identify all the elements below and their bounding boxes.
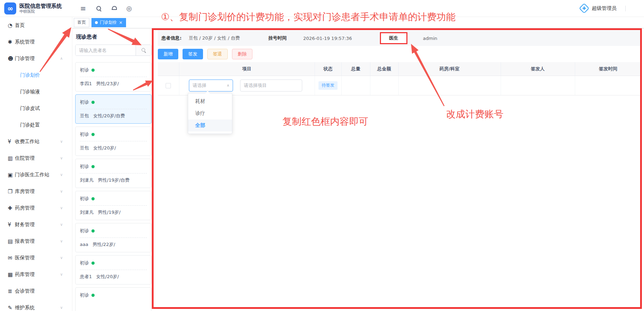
- monitor-icon: ▣: [8, 172, 15, 178]
- sidebar-item-门诊皮试[interactable]: 门诊皮试: [0, 100, 72, 117]
- tab-门诊划价[interactable]: 门诊划价×: [91, 18, 126, 27]
- sidebar-item-收费工作站[interactable]: ¥收费工作站∨: [0, 133, 72, 150]
- collapse-menu-icon[interactable]: ≡: [80, 5, 86, 12]
- dashboard-icon: ◔: [8, 22, 15, 29]
- patient-card-list: 初诊李四1男性/23岁/初诊豆包女性/20岁/自费初诊豆包女性/20岁/初诊刘潇…: [75, 62, 151, 311]
- sidebar-item-门诊医生工作站[interactable]: ▣门诊医生工作站∨: [0, 166, 72, 183]
- visit-stage: 初诊: [80, 163, 147, 170]
- patient-summary: aaa男性/22岁/: [80, 241, 147, 248]
- insurance-icon: ✉: [8, 255, 15, 261]
- sidebar-item-门诊输液[interactable]: 门诊输液: [0, 83, 72, 100]
- sidebar-item-门诊管理[interactable]: ☻门诊管理∧: [0, 50, 72, 67]
- logo-icon: ∞: [4, 2, 16, 14]
- help-circle-icon[interactable]: ◎: [126, 5, 132, 12]
- app-subtitle: 中联医院: [19, 9, 62, 14]
- delete-button[interactable]: 删除: [232, 49, 252, 59]
- dashed-divider: [80, 270, 147, 270]
- patient-summary: 刘潇凡男性/19岁/: [80, 209, 147, 216]
- patient-search-input[interactable]: [76, 45, 136, 55]
- add-button[interactable]: 新增: [158, 49, 178, 59]
- checkout-button[interactable]: 签退: [207, 49, 228, 59]
- dashed-divider: [80, 141, 147, 141]
- sidebar-item-label: 财务管理: [15, 222, 35, 228]
- sidebar-item-药库管理[interactable]: ▦药库管理∨: [0, 266, 72, 283]
- patient-card[interactable]: 初诊李四1男性/23岁/: [75, 62, 151, 92]
- items-table: 项目状态总量总金额药房/科室签发人签发时间 请选择 ∧: [158, 62, 641, 95]
- patient-meta: 男性/19岁/: [98, 210, 120, 215]
- patient-card[interactable]: 初诊豆包女性/20岁/自费: [75, 94, 151, 124]
- item-input[interactable]: [240, 80, 302, 92]
- warehouse-icon: ❐: [8, 188, 15, 195]
- sidebar-item-label: 门诊输液: [20, 89, 40, 95]
- sidebar-item-库房管理[interactable]: ❐库房管理∨: [0, 183, 72, 200]
- patient-summary: 患者1女性/20岁/: [80, 274, 147, 280]
- sidebar-item-label: 门诊管理: [15, 55, 35, 62]
- patient-meta: 女性/20岁/: [93, 145, 116, 151]
- tab-首页[interactable]: 首页: [74, 18, 89, 27]
- visit-stage-label: 初诊: [80, 292, 89, 298]
- category-dropdown: 耗材诊疗全部: [188, 93, 232, 134]
- sidebar-item-门诊处置[interactable]: 门诊处置: [0, 117, 72, 133]
- search-icon[interactable]: [96, 6, 102, 11]
- sidebar-item-首页[interactable]: ◔首页: [0, 17, 72, 34]
- column-header-总量: 总量: [341, 62, 370, 76]
- action-toolbar: 新增 签发 签退 删除: [158, 49, 641, 59]
- patient-card[interactable]: 初诊: [75, 287, 151, 311]
- visit-stage: 初诊: [80, 99, 147, 105]
- sidebar-item-label: 门诊皮试: [20, 105, 40, 112]
- visit-stage-label: 初诊: [80, 260, 89, 266]
- chevron-down-icon: ∨: [60, 256, 63, 260]
- patient-card[interactable]: 初诊刘潇凡男性/19岁/: [75, 191, 151, 220]
- tab-close-icon[interactable]: ×: [119, 20, 123, 25]
- patient-search-button[interactable]: [136, 45, 151, 55]
- tab-label: 首页: [77, 19, 86, 25]
- dashed-divider: [80, 173, 147, 174]
- sidebar-item-会诊管理[interactable]: ≣会诊管理: [0, 283, 72, 299]
- visit-stage-label: 初诊: [80, 131, 89, 137]
- chevron-down-icon: ∨: [60, 305, 63, 310]
- visit-stage-label: 初诊: [80, 99, 89, 105]
- yen-icon: ¥: [8, 139, 15, 145]
- patient-name: 豆包: [80, 145, 89, 151]
- table-header-row: 项目状态总量总金额药房/科室签发人签发时间: [158, 62, 641, 76]
- status-dot-green: [91, 101, 95, 104]
- sidebar-item-label: 报表管理: [15, 238, 35, 245]
- report-icon: ▤: [8, 238, 15, 245]
- patient-card[interactable]: 初诊患者1女性/20岁/: [75, 255, 151, 284]
- visit-stage: 初诊: [80, 131, 147, 137]
- patient-card[interactable]: 初诊刘潇凡男性/19岁/自费: [75, 159, 151, 188]
- patient-card[interactable]: 初诊豆包女性/20岁/: [75, 127, 151, 156]
- tab-label: 门诊划价: [100, 19, 117, 25]
- sidebar-menu: ◔首页✱系统管理∨☻门诊管理∧门诊划价门诊输液门诊皮试门诊处置¥收费工作站∨▥住…: [0, 17, 72, 311]
- patient-panel-title: 现诊患者: [75, 29, 151, 40]
- sidebar-item-label: 系统管理: [15, 39, 35, 45]
- patient-name: 豆包: [80, 113, 89, 118]
- sidebar-item-维护系统[interactable]: ✎维护系统∨: [0, 299, 72, 311]
- user-role[interactable]: 超级管理员: [592, 5, 616, 12]
- visit-stage-label: 初诊: [80, 195, 89, 202]
- issue-button[interactable]: 签发: [183, 49, 203, 59]
- sidebar-item-label: 收费工作站: [15, 139, 40, 145]
- sidebar-item-报表管理[interactable]: ▤报表管理∨: [0, 233, 72, 250]
- pharmacy-icon: ✚: [8, 205, 15, 211]
- sidebar-item-住院管理[interactable]: ▥住院管理∨: [0, 150, 72, 166]
- column-header-项目: 项目: [179, 62, 315, 76]
- sidebar-item-药房管理[interactable]: ✚药房管理∨: [0, 200, 72, 216]
- sidebar-item-财务管理[interactable]: ¥财务管理∨: [0, 216, 72, 233]
- patient-search: [75, 45, 151, 56]
- dropdown-option-全部[interactable]: 全部: [188, 119, 232, 131]
- visit-stage-label: 初诊: [80, 67, 89, 73]
- notification-bell-icon[interactable]: [112, 6, 117, 11]
- sidebar-item-门诊划价[interactable]: 门诊划价: [0, 67, 72, 83]
- row-checkbox[interactable]: [166, 83, 171, 88]
- dropdown-option-诊疗[interactable]: 诊疗: [188, 107, 232, 119]
- patient-card[interactable]: 初诊aaa男性/22岁/: [75, 223, 151, 252]
- sidebar-item-label: 会诊管理: [15, 288, 35, 294]
- gear-icon: ✱: [8, 39, 15, 45]
- category-select[interactable]: 请选择 ∧: [189, 80, 233, 92]
- dropdown-option-耗材[interactable]: 耗材: [188, 95, 232, 107]
- sidebar-item-医保管理[interactable]: ✉医保管理∨: [0, 250, 72, 266]
- sidebar-item-label: 门诊划价: [20, 72, 40, 78]
- chevron-down-icon: ∨: [60, 222, 63, 227]
- sidebar-item-系统管理[interactable]: ✱系统管理∨: [0, 34, 72, 50]
